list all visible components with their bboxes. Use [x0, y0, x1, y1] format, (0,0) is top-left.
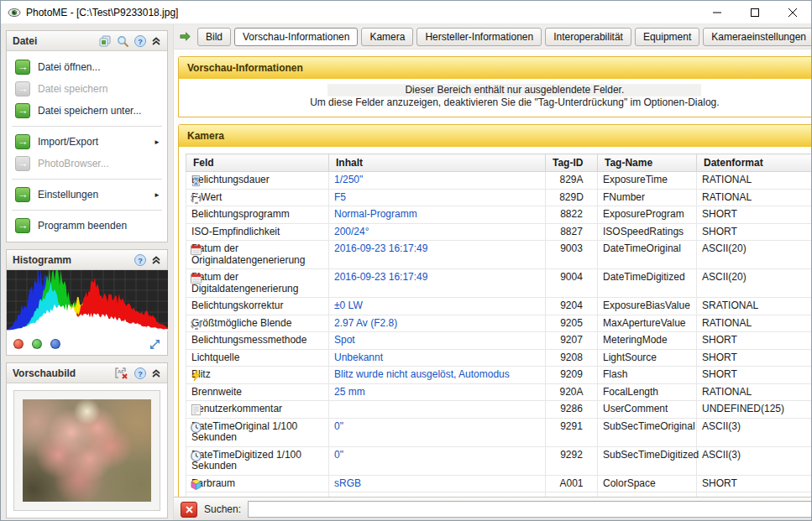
- cell-inhalt[interactable]: 0": [334, 420, 343, 432]
- menu-item-label: Import/Export: [38, 136, 154, 148]
- table-row[interactable]: F-Wert F5 829D FNumber RATIONAL: [186, 189, 812, 206]
- table-row[interactable]: Datum der Originaldatengenerierung 2016-…: [186, 241, 812, 269]
- hidden-fields-message: Dieser Bereich enthält nur ausgeblendete…: [179, 79, 812, 117]
- table-row[interactable]: Lichtquelle Unbekannt 9208 LightSource S…: [186, 349, 812, 367]
- cell-inhalt[interactable]: ±0 LW: [334, 300, 363, 311]
- search-icon[interactable]: [116, 34, 129, 48]
- af-frame-off-icon[interactable]: AF: [114, 367, 129, 380]
- close-button[interactable]: [773, 1, 811, 23]
- table-row[interactable]: Farbraum sRGB A001 ColorSpace SHORT: [186, 475, 812, 492]
- tab-equipment[interactable]: Equipment: [635, 28, 699, 46]
- red-channel-toggle[interactable]: [13, 339, 24, 349]
- table-row[interactable]: Belichtungsprogramm Normal-Programm 8822…: [186, 206, 812, 224]
- cell-tag-name: Flash: [598, 367, 697, 384]
- close-search-icon[interactable]: [181, 502, 197, 518]
- menu-item-label: Datei speichern: [38, 83, 154, 95]
- cell-inhalt[interactable]: 2016-09-23 16:17:49: [334, 271, 427, 283]
- cell-inhalt[interactable]: 25 mm: [334, 386, 365, 398]
- help-icon[interactable]: ?: [134, 367, 147, 380]
- green-arrow-icon: →: [15, 218, 30, 233]
- tab-bild[interactable]: Bild: [197, 28, 231, 46]
- cell-tag-id: 829D: [546, 189, 598, 206]
- green-arrow-icon: →: [15, 187, 30, 202]
- menu-item-datei-speichern[interactable]: → Datei speichern ►: [7, 78, 167, 100]
- camera-header[interactable]: Kamera: [179, 125, 812, 147]
- tab-kameraeinstellungen[interactable]: Kameraeinstellungen: [703, 28, 812, 46]
- column-feld[interactable]: Feld: [186, 154, 329, 172]
- cell-inhalt[interactable]: 0": [334, 449, 343, 461]
- table-row[interactable]: DateTimeOriginal 1/100 Sekunden 0" 9291 …: [186, 418, 812, 446]
- cell-tag-name: ColorSpace: [598, 475, 697, 492]
- scroll-viewport: Vorschau-Informationen Dieser Bereich en…: [174, 49, 812, 497]
- preview-info-panel: Vorschau-Informationen Dieser Bereich en…: [178, 56, 812, 117]
- search-input[interactable]: [248, 501, 812, 518]
- menu-item-datei-öffnen-[interactable]: → Datei öffnen... ►: [7, 56, 167, 78]
- column-tag-name[interactable]: Tag-Name: [598, 154, 697, 172]
- help-icon[interactable]: ?: [134, 253, 147, 267]
- cell-feld: Datum der Originaldatengenerierung: [191, 242, 305, 266]
- table-row[interactable]: Blitz Blitz wurde nicht ausgelöst, Autom…: [186, 367, 812, 384]
- scale-toggle-icon[interactable]: [149, 339, 160, 350]
- table-row[interactable]: Datum der Digitaldatengenerierung 2016-0…: [186, 269, 812, 298]
- cell-datenformat: SHORT: [697, 223, 812, 241]
- table-row[interactable]: Belichtungskorrektur ±0 LW 9204 Exposure…: [186, 298, 812, 315]
- menu-item-label: Datei öffnen...: [38, 61, 154, 73]
- cell-inhalt[interactable]: 2016-09-23 16:17:49: [334, 242, 427, 254]
- cell-inhalt[interactable]: 200/24°: [334, 226, 369, 237]
- cell-tag-name: MeteringMode: [598, 332, 697, 350]
- maximize-button[interactable]: [736, 1, 773, 23]
- preview-image[interactable]: [23, 399, 151, 502]
- cell-inhalt[interactable]: sRGB: [334, 477, 361, 489]
- collapse-icon[interactable]: [151, 368, 161, 378]
- tab-hersteller-informationen[interactable]: Hersteller-Informationen: [416, 28, 542, 46]
- table-row[interactable]: ISO-Empfindlichkeit 200/24° 8827 ISOSpee…: [186, 223, 812, 241]
- menu-item-photobrowser-[interactable]: → PhotoBrowser... ►: [7, 153, 167, 175]
- menu-item-programm-beenden[interactable]: → Programm beenden ►: [7, 215, 167, 237]
- photobrowser-icon[interactable]: [98, 34, 112, 48]
- window-title: PhotoME - [C:\Test\P9233018.jpg]: [26, 7, 698, 18]
- preview-info-title: Vorschau-Informationen: [187, 62, 812, 74]
- tab-bar-tabs: BildVorschau-InformationenKameraHerstell…: [197, 28, 812, 46]
- title-bar[interactable]: PhotoME - [C:\Test\P9233018.jpg]: [1, 1, 811, 24]
- column-tag-id[interactable]: Tag-ID: [546, 154, 598, 172]
- cell-inhalt[interactable]: Blitz wurde nicht ausgelöst, Automodus: [334, 368, 510, 380]
- cell-inhalt[interactable]: Spot: [334, 334, 355, 346]
- tab-kamera[interactable]: Kamera: [361, 28, 413, 46]
- histogram-footer: [7, 333, 167, 355]
- field-icon: [190, 227, 202, 239]
- column-inhalt[interactable]: Inhalt: [329, 154, 546, 172]
- search-bar: Suchen:: [174, 497, 812, 521]
- calendar-icon: [190, 243, 202, 256]
- tab-interoperabilität[interactable]: Interoperabilität: [545, 28, 631, 46]
- tab-vorschau-informationen[interactable]: Vorschau-Informationen: [234, 28, 358, 46]
- table-row[interactable]: Belichtungsmessmethode Spot 9207 Meterin…: [186, 332, 812, 350]
- submenu-arrow-icon: ►: [154, 191, 160, 199]
- cell-inhalt[interactable]: 1/250": [334, 174, 363, 185]
- table-row[interactable]: DateTimeDigitized 1/100 Sekunden 0" 9292…: [186, 446, 812, 475]
- menu-item-import-export[interactable]: → Import/Export ►: [7, 131, 167, 153]
- cell-datenformat: RATIONAL: [697, 383, 812, 401]
- cell-inhalt[interactable]: F5: [334, 191, 346, 203]
- cell-tag-id: 9292: [546, 446, 598, 475]
- collapse-icon[interactable]: [151, 255, 161, 265]
- table-row[interactable]: Brennweite 25 mm 920A FocalLength RATION…: [186, 383, 812, 401]
- table-row[interactable]: Belichtungsdauer 1/250" 829A ExposureTim…: [186, 172, 812, 190]
- table-row[interactable]: Benutzerkommentar 9286 UserComment UNDEF…: [186, 401, 812, 419]
- help-icon[interactable]: ?: [134, 34, 147, 48]
- minimize-button[interactable]: [698, 1, 736, 23]
- preview-info-header[interactable]: Vorschau-Informationen: [179, 57, 812, 79]
- cell-tag-id: A001: [546, 475, 598, 492]
- goto-section-icon[interactable]: [179, 30, 191, 43]
- menu-item-einstellungen[interactable]: → Einstellungen ►: [7, 184, 167, 206]
- cell-inhalt[interactable]: Unbekannt: [334, 352, 383, 363]
- green-channel-toggle[interactable]: [32, 339, 42, 349]
- cell-inhalt[interactable]: 2.97 Av (F2.8): [334, 317, 397, 329]
- cell-inhalt[interactable]: Normal-Programm: [334, 208, 417, 220]
- table-row[interactable]: Größtmögliche Blende 2.97 Av (F2.8) 9205…: [186, 315, 812, 332]
- field-icon: [190, 209, 202, 221]
- blue-channel-toggle[interactable]: [50, 339, 60, 349]
- column-datenformat[interactable]: Datenformat: [697, 154, 812, 172]
- field-icon: [190, 335, 202, 347]
- collapse-icon[interactable]: [151, 36, 161, 46]
- menu-item-datei-speichern-unter-[interactable]: → Datei speichern unter... ►: [7, 100, 167, 122]
